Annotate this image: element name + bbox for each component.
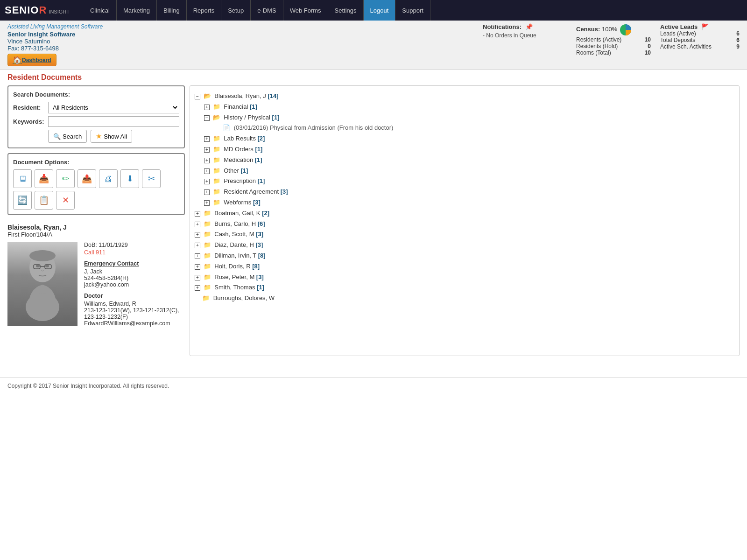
expand-prescription[interactable]: + xyxy=(204,179,210,184)
folder-icon-medication: 📁 xyxy=(213,156,220,163)
dashboard-button[interactable]: 🏠 Dashboard xyxy=(7,54,56,66)
census-block: Census: 100% Residents (Active)10 Reside… xyxy=(576,23,651,56)
tree-count-rose: [3] xyxy=(256,273,264,280)
tree-folder-history: − 📂 History / Physical [1] xyxy=(195,113,734,123)
expand-burns[interactable]: + xyxy=(195,222,200,227)
resident-label: Resident: xyxy=(13,104,48,111)
census-percent: 100% xyxy=(602,26,617,33)
tree-name-burns: Burns, Carlo, H xyxy=(214,220,256,227)
notifications-block: Notifications: 📌 - No Orders in Queue xyxy=(483,23,567,39)
folder-icon-rose: 📁 xyxy=(204,273,211,280)
inbox-button[interactable]: 📥 xyxy=(35,169,53,188)
expand-dillman[interactable]: + xyxy=(195,253,200,259)
collapse-blaisesola[interactable]: − xyxy=(195,94,200,99)
delete-button[interactable]: ✕ xyxy=(56,191,75,210)
search-button[interactable]: 🔍 Search xyxy=(48,130,87,143)
doctor-name: Williams, Edward, R xyxy=(84,301,185,307)
tree-name-medication: Medication xyxy=(224,156,253,163)
tree-resident-burns: + 📁 Burns, Carlo, H [6] xyxy=(195,219,734,229)
nav-clinical[interactable]: Clinical xyxy=(84,0,117,21)
monitor-button[interactable]: 🖥 xyxy=(13,169,32,188)
clipboard-button[interactable]: 📋 xyxy=(35,191,53,210)
tree-doc-physical[interactable]: 📄 (03/01/2016) Physical from Admission (… xyxy=(195,123,734,133)
company-name: Senior Insight Software xyxy=(7,31,483,38)
logo: SENIOR INSIGHT xyxy=(5,4,70,16)
nav-settings[interactable]: Settings xyxy=(328,0,364,21)
company-fax: Fax: 877-315-6498 xyxy=(7,45,483,52)
folder-icon-holt: 📁 xyxy=(204,263,211,270)
expand-holt[interactable]: + xyxy=(195,264,200,270)
doc-icons-row: 🖥 📥 ✏ 📤 🖨 ⬇ ✂ 🔄 📋 ✕ xyxy=(13,169,179,210)
nav-webforms[interactable]: Web Forms xyxy=(283,0,328,21)
keywords-form-row: Keywords: xyxy=(13,116,179,127)
tree-name-webforms: Webforms xyxy=(224,199,251,206)
nav-edms[interactable]: e-DMS xyxy=(251,0,283,21)
tree-name-boatman: Boatman, Gail, K xyxy=(214,210,260,217)
document-tree-panel: − 📂 Blaisesola, Ryan, J [14] + 📁 Financi… xyxy=(190,85,740,356)
search-docs-title: Search Documents: xyxy=(13,91,179,98)
expand-cash[interactable]: + xyxy=(195,232,200,238)
nav-reports[interactable]: Reports xyxy=(187,0,222,21)
tree-count-mdorders: [1] xyxy=(255,146,262,153)
tree-count-prescription: [1] xyxy=(258,177,265,184)
expand-mdorders[interactable]: + xyxy=(204,147,210,153)
nav-setup[interactable]: Setup xyxy=(221,0,251,21)
tree-name-financial: Financial xyxy=(224,103,248,110)
tree-folder-resident-agreement: + 📁 Resident Agreement [3] xyxy=(195,187,734,197)
doc-options-title: Document Options: xyxy=(13,159,179,166)
resident-select[interactable]: All Residents xyxy=(48,102,179,113)
doctor-label: Doctor xyxy=(84,293,185,299)
expand-other[interactable]: + xyxy=(204,168,210,174)
census-row-hold: Residents (Hold)0 xyxy=(576,43,651,49)
ec-phone: 524-458-5284(H) xyxy=(84,275,185,281)
nav-logout[interactable]: Logout xyxy=(364,0,396,21)
expand-medication[interactable]: + xyxy=(204,158,210,163)
refresh-button[interactable]: 🔄 xyxy=(13,191,32,210)
pdf-icon: 📄 xyxy=(223,124,230,131)
expand-labresults[interactable]: + xyxy=(204,136,210,142)
show-all-button[interactable]: ★ Show All xyxy=(91,130,132,143)
census-pie-chart xyxy=(619,23,632,36)
expand-smith[interactable]: + xyxy=(195,285,200,291)
nav-billing[interactable]: Billing xyxy=(157,0,187,21)
tree-name-cash: Cash, Scott, M xyxy=(214,231,254,238)
tree-count-blaisesola: [14] xyxy=(268,92,278,99)
collapse-history[interactable]: − xyxy=(204,115,210,121)
tree-name-smith: Smith, Thomas xyxy=(214,284,255,291)
tree-name-diaz: Diaz, Dante, H xyxy=(214,241,254,248)
nav-support[interactable]: Support xyxy=(395,0,430,21)
main-content: Search Documents: Resident: All Resident… xyxy=(0,85,747,364)
folder-icon-mdorders: 📁 xyxy=(213,146,220,153)
svg-point-3 xyxy=(36,265,40,267)
svg-point-2 xyxy=(29,250,56,261)
expand-diaz[interactable]: + xyxy=(195,243,200,248)
cut-button[interactable]: ✂ xyxy=(142,169,161,188)
expand-financial[interactable]: + xyxy=(204,105,210,110)
expand-rose[interactable]: + xyxy=(195,275,200,280)
mail-button[interactable]: 📤 xyxy=(78,169,96,188)
pin-icon: 📌 xyxy=(525,23,533,30)
folder-icon-dillman: 📁 xyxy=(204,252,211,259)
edit-button[interactable]: ✏ xyxy=(56,169,75,188)
expand-resident-agreement[interactable]: + xyxy=(204,189,210,195)
tree-count-labresults: [2] xyxy=(258,135,265,142)
leads-row-deposits: Total Deposits6 xyxy=(660,37,740,43)
download-button[interactable]: ⬇ xyxy=(120,169,139,188)
keywords-input[interactable] xyxy=(48,116,179,127)
folder-open-history: 📂 xyxy=(213,114,220,121)
notification-item: - No Orders in Queue xyxy=(483,32,567,39)
nav-marketing[interactable]: Marketing xyxy=(117,0,157,21)
company-tagline: Assisted Living Management Software xyxy=(7,23,483,30)
tree-name-dillman: Dillman, Irvin, T xyxy=(214,252,256,259)
tree-count-burns: [6] xyxy=(258,220,265,227)
active-leads-block: Active Leads 🚩 Leads (Active)6 Total Dep… xyxy=(660,23,740,50)
print-button[interactable]: 🖨 xyxy=(99,169,118,188)
resident-photo xyxy=(7,242,78,326)
tree-resident-dillman: + 📁 Dillman, Irvin, T [8] xyxy=(195,251,734,261)
tree-name-holt: Holt, Doris, R xyxy=(214,263,250,270)
folder-icon-labresults: 📁 xyxy=(213,135,220,142)
folder-icon-smith: 📁 xyxy=(204,284,211,291)
expand-webforms[interactable]: + xyxy=(204,200,210,206)
expand-boatman[interactable]: + xyxy=(195,211,200,217)
fax-label: Fax: xyxy=(7,45,19,52)
